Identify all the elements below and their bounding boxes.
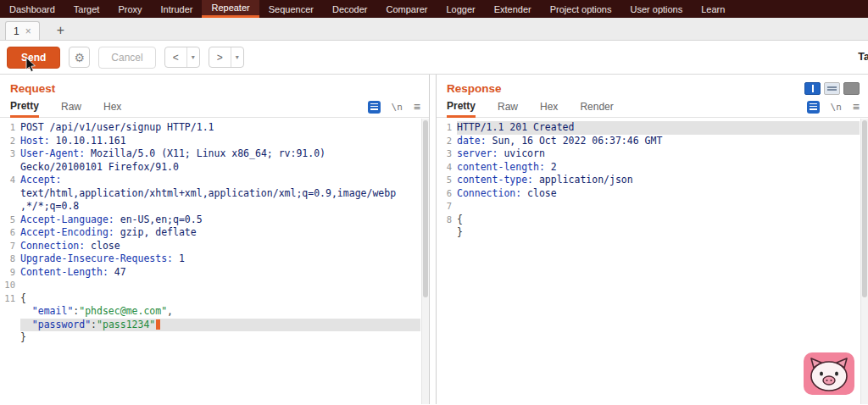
request-editor[interactable]: 1POST /api/v1/user/signup HTTP/1.12Host:… xyxy=(0,118,420,345)
history-back-button[interactable]: < ▾ xyxy=(164,47,200,68)
code-line[interactable]: 5Accept-Language: en-US,en;q=0.5 xyxy=(0,214,420,227)
menu-item-user-options[interactable]: User options xyxy=(620,0,692,18)
line-number: 6 xyxy=(0,226,20,240)
forward-dropdown-icon[interactable]: ▾ xyxy=(231,47,243,67)
line-content: Accept: xyxy=(20,174,420,187)
code-line[interactable]: 7Connection: close xyxy=(0,240,420,253)
line-content: HTTP/1.1 201 Created xyxy=(457,121,860,135)
code-line[interactable]: 8Upgrade-Insecure-Requests: 1 xyxy=(0,252,420,266)
layout-buttons xyxy=(804,82,860,95)
request-view-tabs: PrettyRawHex \n ≡ xyxy=(0,97,429,118)
code-line[interactable]: 6Connection: close xyxy=(437,187,860,201)
code-line[interactable]: 11{ xyxy=(0,292,420,306)
line-number xyxy=(0,200,20,214)
code-line[interactable]: "email":"phdsec@me.com", xyxy=(0,305,420,319)
tab-pretty[interactable]: Pretty xyxy=(447,97,476,118)
show-newlines-icon[interactable]: \n xyxy=(392,102,403,113)
line-number xyxy=(0,331,20,345)
request-tab-icons: \n ≡ xyxy=(368,100,420,114)
line-content: Accept-Language: en-US,en;q=0.5 xyxy=(20,214,420,227)
menu-item-intruder[interactable]: Intruder xyxy=(152,0,203,18)
prettify-icon[interactable] xyxy=(807,101,820,114)
send-button[interactable]: Send xyxy=(7,47,60,69)
request-scrollbar[interactable] xyxy=(421,119,429,404)
menu-item-learn[interactable]: Learn xyxy=(692,0,734,18)
tab-raw[interactable]: Raw xyxy=(498,97,518,118)
menu-item-target[interactable]: Target xyxy=(64,0,109,18)
code-line[interactable]: 1POST /api/v1/user/signup HTTP/1.1 xyxy=(0,121,420,135)
code-line[interactable]: 4content-length: 2 xyxy=(437,161,860,175)
code-line[interactable]: text/html,application/xhtml+xml,applicat… xyxy=(0,187,420,201)
line-content: Host: 10.10.11.161 xyxy=(20,135,420,148)
back-dropdown-icon[interactable]: ▾ xyxy=(186,47,199,67)
code-line[interactable]: "password":"pass1234" xyxy=(0,319,420,332)
layout-columns-button[interactable] xyxy=(804,82,821,95)
line-content: { xyxy=(20,292,420,306)
scrollbar-thumb[interactable] xyxy=(862,120,867,297)
line-number xyxy=(437,226,457,240)
editor-menu-icon[interactable]: ≡ xyxy=(414,100,420,114)
response-scrollbar[interactable] xyxy=(860,119,868,404)
code-line[interactable]: 9Content-Length: 47 xyxy=(0,266,420,280)
code-line[interactable]: 2date: Sun, 16 Oct 2022 06:37:46 GMT xyxy=(437,135,860,148)
show-newlines-icon[interactable]: \n xyxy=(831,102,842,113)
line-content: server: uvicorn xyxy=(457,147,860,161)
scrollbar-thumb[interactable] xyxy=(423,120,428,297)
line-content: Gecko/20100101 Firefox/91.0 xyxy=(20,161,420,175)
code-line[interactable]: 2Host: 10.10.11.161 xyxy=(0,135,420,148)
menu-item-repeater[interactable]: Repeater xyxy=(202,0,259,18)
code-line[interactable]: 10 xyxy=(0,279,420,292)
code-line[interactable]: 3server: uvicorn xyxy=(437,147,860,161)
code-line[interactable]: 4Accept: xyxy=(0,174,420,187)
line-number: 8 xyxy=(0,252,20,266)
repeater-tab-1[interactable]: 1 × xyxy=(5,21,40,40)
burp-repeater-window: DashboardTargetProxyIntruderRepeaterSequ… xyxy=(0,0,868,405)
add-tab-button[interactable]: + xyxy=(52,21,70,40)
menu-item-project-options[interactable]: Project options xyxy=(541,0,621,18)
code-line[interactable]: } xyxy=(437,226,860,240)
request-title: Request xyxy=(10,82,55,95)
tab-pretty[interactable]: Pretty xyxy=(10,97,39,118)
layout-rows-button[interactable] xyxy=(824,82,840,95)
code-line[interactable]: 8{ xyxy=(437,214,860,227)
menu-item-extender[interactable]: Extender xyxy=(485,0,541,18)
code-line[interactable]: 3User-Agent: Mozilla/5.0 (X11; Linux x86… xyxy=(0,147,420,161)
line-content: Connection: close xyxy=(20,240,420,253)
line-content: User-Agent: Mozilla/5.0 (X11; Linux x86_… xyxy=(20,147,420,161)
line-number xyxy=(0,161,20,175)
code-line[interactable]: 1HTTP/1.1 201 Created xyxy=(437,121,860,135)
close-tab-icon[interactable]: × xyxy=(25,25,31,37)
menu-item-decoder[interactable]: Decoder xyxy=(323,0,377,18)
send-settings-button[interactable]: ⚙ xyxy=(69,47,90,68)
editor-menu-icon[interactable]: ≡ xyxy=(853,100,860,114)
line-content xyxy=(457,200,860,214)
back-arrow-label: < xyxy=(165,47,186,67)
prettify-icon[interactable] xyxy=(368,101,381,114)
menu-item-logger[interactable]: Logger xyxy=(437,0,484,18)
line-number: 7 xyxy=(437,200,457,214)
code-line[interactable]: 5content-type: application/json xyxy=(437,174,860,187)
code-line[interactable]: } xyxy=(0,331,420,345)
pig-watermark-logo xyxy=(804,352,854,395)
line-number: 6 xyxy=(437,187,457,201)
history-forward-button[interactable]: > ▾ xyxy=(209,47,244,68)
layout-single-button[interactable] xyxy=(843,82,860,95)
tab-render[interactable]: Render xyxy=(580,97,613,118)
panel-divider[interactable] xyxy=(430,75,436,404)
tab-hex[interactable]: Hex xyxy=(103,97,121,118)
code-line[interactable]: 6Accept-Encoding: gzip, deflate xyxy=(0,226,420,240)
line-content: "email":"phdsec@me.com", xyxy=(20,305,420,319)
menu-item-comparer[interactable]: Comparer xyxy=(377,0,437,18)
request-panel: Request PrettyRawHex \n ≡ 1POST /api/v1/… xyxy=(0,75,430,404)
tab-raw[interactable]: Raw xyxy=(61,97,81,118)
code-line[interactable]: Gecko/20100101 Firefox/91.0 xyxy=(0,161,420,175)
tab-hex[interactable]: Hex xyxy=(540,97,558,118)
menu-item-proxy[interactable]: Proxy xyxy=(108,0,151,18)
code-line[interactable]: ,*/*;q=0.8 xyxy=(0,200,420,214)
cancel-button[interactable]: Cancel xyxy=(98,47,155,69)
code-line[interactable]: 7 xyxy=(437,200,860,214)
line-number: 2 xyxy=(437,135,457,148)
response-editor[interactable]: 1HTTP/1.1 201 Created2date: Sun, 16 Oct … xyxy=(437,118,860,240)
menu-item-dashboard[interactable]: Dashboard xyxy=(0,0,64,18)
menu-item-sequencer[interactable]: Sequencer xyxy=(259,0,323,18)
